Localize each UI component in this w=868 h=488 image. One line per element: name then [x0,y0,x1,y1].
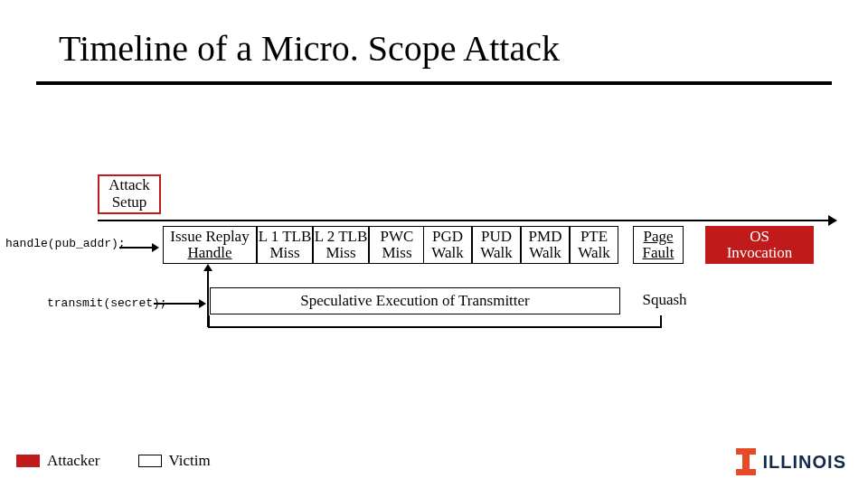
axis-line [98,220,828,221]
l2tlb-l2: Miss [314,245,368,261]
arrow-right-icon [828,215,837,226]
arrow-to-issue [119,244,159,251]
l2tlb-l1: L 2 TLB [314,229,368,245]
attack-setup-l2: Setup [99,194,159,211]
pud-l1: PUD [473,229,520,245]
pte-walk-box: PTE Walk [570,226,618,264]
pud-walk-box: PUD Walk [472,226,521,264]
return-horiz-seg [208,326,662,328]
arrow-to-spec [154,300,206,307]
issue-l1: Issue Replay [164,229,256,245]
l1tlb-l1: L 1 TLB [258,229,312,245]
slide: Timeline of a Micro. Scope Attack Attack… [0,0,868,488]
pte-l2: Walk [571,245,618,261]
legend-victim: Victim [169,452,211,470]
attack-setup-box: Attack Setup [98,174,161,214]
pwc-l1: PWC [370,229,424,245]
illinois-wordmark: ILLINOIS [763,452,846,473]
timeline-axis [98,217,837,224]
label-handle: handle(pub_addr); [5,237,126,250]
pmd-l2: Walk [522,245,569,261]
pmd-walk-box: PMD Walk [521,226,570,264]
os-l2: Invocation [706,245,813,261]
pud-l2: Walk [473,245,520,261]
page-title: Timeline of a Micro. Scope Attack [59,27,560,70]
pte-l1: PTE [571,229,618,245]
arrow-line [154,303,199,305]
swatch-victim [138,455,162,467]
squash-label: Squash [633,287,696,314]
block-i-icon [736,448,756,475]
issue-l2: Handle [164,245,256,261]
arrow-up-icon [203,264,212,271]
label-transmit: transmit(secret); [47,296,167,310]
pgd-walk-box: PGD Walk [423,226,472,264]
arrow-line [119,247,152,249]
os-l1: OS [706,229,813,245]
speculative-execution-box: Speculative Execution of Transmitter [210,287,620,314]
pmd-l1: PMD [522,229,569,245]
os-invocation-box: OS Invocation [705,226,814,264]
arrow-right-icon [152,243,159,252]
return-arrow-path [208,315,696,333]
illinois-logo: ILLINOIS [736,448,846,475]
legend-attacker: Attacker [47,452,100,470]
legend: Attacker Victim [16,452,211,470]
pgd-l2: Walk [424,245,471,261]
page-fault-box: Page Fault [633,226,684,264]
issue-replay-handle-box: Issue Replay Handle [163,226,257,264]
title-underline [36,81,832,85]
attack-setup-l1: Attack [99,177,159,194]
pwc-l2: Miss [370,245,424,261]
l1tlb-l2: Miss [258,245,312,261]
pgd-l1: PGD [424,229,471,245]
return-stem [207,271,209,327]
swatch-attacker [16,455,40,467]
pgf-l1: Page [634,229,683,245]
pwc-miss-box: PWC Miss [369,226,425,264]
l2tlb-miss-box: L 2 TLB Miss [313,226,369,264]
l1tlb-miss-box: L 1 TLB Miss [257,226,313,264]
arrow-right-icon [199,299,206,308]
pgf-l2: Fault [634,245,683,261]
